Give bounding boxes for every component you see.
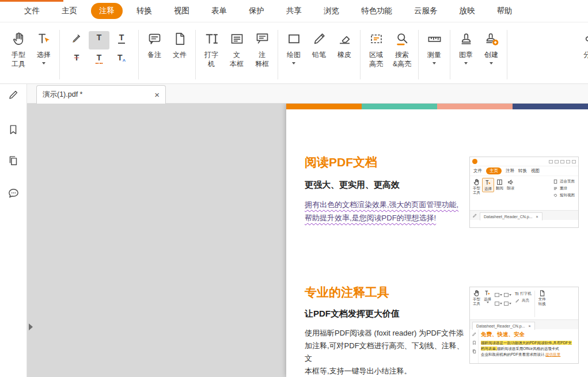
mini-fit-page: 适合页面 <box>553 179 575 184</box>
mini-pencil-icon <box>472 213 477 218</box>
file-label: 文件 <box>173 51 187 60</box>
panel-expand-handle[interactable] <box>29 323 33 330</box>
stamp-button[interactable]: 图章 <box>453 30 479 64</box>
window-accent-strip <box>0 0 63 2</box>
ribbon-separator <box>278 30 278 79</box>
mini-chevron-icon <box>487 302 489 303</box>
ribbon-separator <box>59 30 60 79</box>
menu-view[interactable]: 视图 <box>166 3 198 19</box>
menu-present[interactable]: 放映 <box>452 3 483 19</box>
area-highlight-label: 区域 高亮 <box>369 51 383 68</box>
mini-menu-file: 文件 <box>473 168 482 174</box>
mini-menu-bar: 文件 主页 注释 转换 视图 <box>470 166 578 176</box>
mini-read-aloud-tool: 朗读 <box>505 178 516 191</box>
textbox-button[interactable]: 文 本框 <box>224 30 249 68</box>
highlight-tool[interactable] <box>66 31 87 49</box>
mini-menu-home-active: 主页 <box>486 167 502 174</box>
pages-panel-button[interactable] <box>0 152 26 169</box>
drawing-button[interactable]: 绘图 <box>281 30 306 64</box>
create-stamp-button[interactable]: 创建 <box>479 30 504 64</box>
area-highlight-button[interactable]: 区域 高亮 <box>363 30 389 68</box>
tab-close-button[interactable]: × <box>154 90 160 99</box>
embedded-screenshot-1: 文件 主页 注释 转换 视图 手型 工具 选择 <box>469 157 579 228</box>
document-tab[interactable]: 演示(1).pdf * × <box>36 85 166 104</box>
foxit-logo-icon <box>472 159 477 164</box>
underline-tool[interactable]: T <box>111 31 132 49</box>
hand-tool-button[interactable]: 手型 工具 <box>6 30 31 68</box>
mini-typewriter: TI打字机 <box>515 291 532 296</box>
mini-hand-tool: 手型 工具 <box>471 178 482 196</box>
menu-features[interactable]: 特色功能 <box>353 3 400 19</box>
mini-separator <box>534 291 535 317</box>
file-attachment-button[interactable]: 文件 <box>167 30 192 60</box>
ribbon-toolbar: 手型 工具 选择 T T T T T^ 备注 <box>0 23 588 84</box>
search-highlight-button[interactable]: 搜索 &高亮 <box>389 30 415 68</box>
hand-icon <box>10 30 27 47</box>
typewriter-button[interactable]: 打字 机 <box>199 30 224 68</box>
pencil-button[interactable]: 铅笔 <box>306 30 332 60</box>
left-sidebar <box>0 84 27 377</box>
mini-right-tools: TI打字机 高亮 <box>515 291 532 303</box>
mini-file-convert: 文件 转换 <box>537 289 548 307</box>
strikethrough-tool[interactable]: T <box>66 51 87 70</box>
mini-titlebar <box>470 157 578 166</box>
foxit-reader-window: 文件 主页 注释 转换 视图 表单 保护 共享 浏览 特色功能 云服务 放映 帮… <box>0 0 588 377</box>
bookmarks-panel-button[interactable] <box>0 121 26 138</box>
menu-cloud[interactable]: 云服务 <box>406 3 446 19</box>
eraser-label: 橡皮 <box>337 51 351 60</box>
ribbon-separator <box>507 30 507 79</box>
mini-slogan: 免费、快速、安全 <box>481 331 576 338</box>
mini-doc-text: 免费、快速、安全 福昕阅读器是一款功能强大的PDF阅读软件,具有PDF文 档与表… <box>479 329 578 363</box>
share-tool-partial-button[interactable]: 分享 <box>577 30 588 60</box>
eraser-button[interactable]: 橡皮 <box>332 30 357 60</box>
menu-share[interactable]: 共享 <box>278 3 310 19</box>
share-icon <box>582 30 588 47</box>
drawing-label: 绘图 <box>287 51 301 60</box>
menu-convert[interactable]: 转换 <box>128 3 160 19</box>
menu-protect[interactable]: 保护 <box>241 3 272 19</box>
search-highlight-icon <box>393 30 411 47</box>
pencil-label: 铅笔 <box>312 51 326 60</box>
squiggly-underline-tool[interactable]: T <box>89 51 109 70</box>
pages-icon <box>7 154 20 167</box>
stamp-label: 图章 <box>459 51 473 60</box>
ribbon-separator <box>195 30 196 79</box>
document-tab-title: 演示(1).pdf * <box>43 90 82 100</box>
document-canvas: 阅读PDF文档 更强大、更实用、更高效 拥有出色的文档渲染效果,强大的页面管理功… <box>27 104 588 377</box>
file-icon <box>171 30 188 47</box>
menu-help[interactable]: 帮助 <box>489 3 521 19</box>
mini-doc-tab-2: Datasheet_Reader_CN.p... × <box>472 322 535 330</box>
measure-button[interactable]: 测量 <box>422 30 447 64</box>
quick-pencil-icon <box>7 89 20 101</box>
menu-comment-active[interactable]: 注释 <box>91 3 123 19</box>
section1-annotated-text: 拥有出色的文档渲染效果,强大的页面管理功能, 帮助提升效率,是您阅读PDF的理想… <box>305 198 466 225</box>
note-button[interactable]: 备注 <box>142 30 167 60</box>
typewriter-icon <box>203 30 220 47</box>
quick-annotate-button[interactable] <box>0 86 26 103</box>
ribbon-separator <box>360 30 361 79</box>
pdf-page: 阅读PDF文档 更强大、更实用、更高效 拥有出色的文档渲染效果,强大的页面管理功… <box>286 104 588 377</box>
menu-file[interactable]: 文件 <box>16 3 48 19</box>
eraser-icon <box>336 30 353 47</box>
callout-button[interactable]: 注 释框 <box>249 30 275 68</box>
mini-menu-comment: 注释 <box>506 168 514 174</box>
select-tool-label: 选择 <box>37 51 51 60</box>
measure-label: 测量 <box>427 51 441 60</box>
mini-select-tool-2: 选择 <box>482 289 493 304</box>
insert-caret-tool[interactable]: T^ <box>111 51 132 70</box>
text-highlight-tool[interactable]: T <box>89 31 109 49</box>
mini-doc-body: 免费、快速、安全 福昕阅读器是一款功能强大的PDF阅读软件,具有PDF文 档与表… <box>470 329 578 363</box>
text-markup-group: T T T T T^ <box>66 31 132 70</box>
menu-home[interactable]: 主页 <box>54 3 85 19</box>
menu-form[interactable]: 表单 <box>203 3 235 19</box>
mini-page-turn-tool: 翻阅 <box>494 178 505 191</box>
embedded-screenshot-2: 手型 工具 选择 TI打字机 <box>469 287 579 364</box>
comments-panel-button[interactable] <box>0 184 26 201</box>
share-label: 分享 <box>583 51 588 60</box>
mini-menu-convert: 转换 <box>518 168 527 174</box>
mini-toolbar: 手型 工具 选择 翻阅 朗读 <box>470 176 578 210</box>
comments-icon <box>7 186 20 200</box>
mini-bookmark-icon <box>472 340 477 345</box>
menu-browse[interactable]: 浏览 <box>316 3 347 19</box>
select-tool-button[interactable]: 选择 <box>31 30 56 64</box>
